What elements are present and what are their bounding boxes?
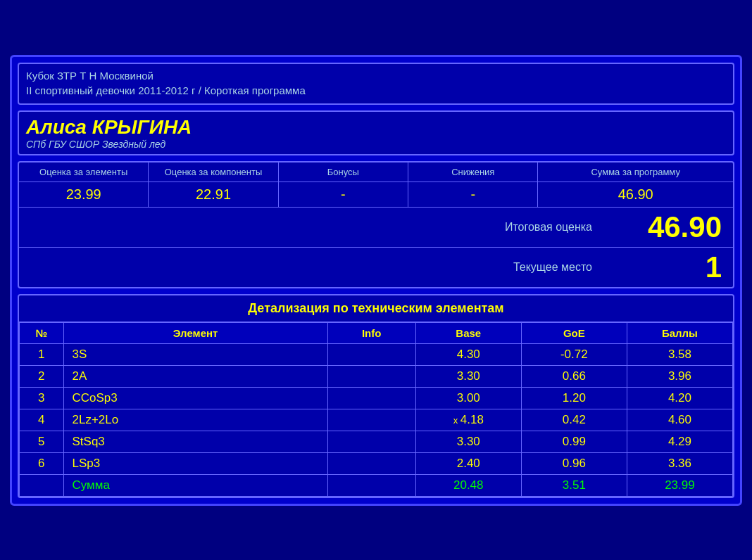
sum-info — [327, 474, 415, 496]
cell-element: 2A — [63, 365, 327, 387]
competition-title: Кубок ЗТР Т Н Москвиной II спортивный де… — [26, 68, 726, 98]
scores-header: Оценка за элементы Оценка за компоненты … — [19, 163, 733, 182]
cell-info — [327, 365, 415, 387]
cell-num: 5 — [20, 431, 64, 452]
table-row: 13S4.30-0.723.58 — [20, 343, 733, 365]
skater-name: Алиса КРЫГИНА — [26, 116, 726, 139]
main-container: Кубок ЗТР Т Н Москвиной II спортивный де… — [10, 55, 742, 506]
th-element: Элемент — [63, 322, 327, 343]
sum-label: Сумма — [63, 474, 327, 496]
header-components: Оценка за компоненты — [149, 163, 278, 182]
details-table: № Элемент Info Base GoE Баллы 13S4.30-0.… — [19, 322, 733, 497]
th-goe: GoE — [521, 322, 627, 343]
header-deductions: Снижения — [408, 163, 538, 182]
cell-balls: 3.36 — [627, 452, 732, 474]
cell-num: 1 — [20, 343, 64, 365]
total-score-value: 46.90 — [606, 208, 733, 247]
cell-balls: 3.58 — [627, 343, 732, 365]
cell-goe: 0.66 — [521, 365, 627, 387]
cell-element: StSq3 — [63, 431, 327, 452]
header-bonuses: Бонусы — [279, 163, 408, 182]
cell-element: 2Lz+2Lo — [63, 409, 327, 431]
table-row: 6LSp32.400.963.36 — [20, 452, 733, 474]
scores-values: 23.99 22.91 - - 46.90 — [19, 182, 733, 208]
sum-goe: 3.51 — [521, 474, 627, 496]
cell-num: 3 — [20, 387, 64, 409]
th-balls: Баллы — [627, 322, 732, 343]
cell-info — [327, 343, 415, 365]
cell-balls: 4.29 — [627, 431, 732, 452]
cell-info — [327, 431, 415, 452]
value-total-program: 46.90 — [538, 182, 733, 207]
th-num: № — [20, 322, 64, 343]
details-header-row: № Элемент Info Base GoE Баллы — [20, 322, 733, 343]
cell-base: 2.40 — [415, 452, 521, 474]
sum-balls: 23.99 — [627, 474, 732, 496]
cell-goe: 0.99 — [521, 431, 627, 452]
total-score-row: Итоговая оценка 46.90 — [19, 208, 733, 248]
cell-info — [327, 387, 415, 409]
cell-balls: 4.60 — [627, 409, 732, 431]
place-row: Текущее место 1 — [19, 248, 733, 287]
details-section: Детализация по техническим элементам № Э… — [18, 294, 734, 498]
scores-section: Оценка за элементы Оценка за компоненты … — [18, 161, 734, 288]
competition-line2: II спортивный девочки 2011-2012 г / Коро… — [26, 84, 306, 96]
cell-base: x 4.18 — [415, 409, 521, 431]
skater-club: СПб ГБУ СШОР Звездный лед — [26, 139, 726, 150]
cell-element: CCoSp3 — [63, 387, 327, 409]
details-title: Детализация по техническим элементам — [19, 295, 733, 322]
cell-num: 4 — [20, 409, 64, 431]
cell-info — [327, 409, 415, 431]
cell-balls: 3.96 — [627, 365, 732, 387]
table-row: 42Lz+2Lox 4.180.424.60 — [20, 409, 733, 431]
table-row: 22A3.300.663.96 — [20, 365, 733, 387]
place-value: 1 — [606, 248, 733, 287]
sum-base: 20.48 — [415, 474, 521, 496]
value-components: 22.91 — [149, 182, 278, 207]
sum-row: Сумма20.483.5123.99 — [20, 474, 733, 496]
cell-goe: -0.72 — [521, 343, 627, 365]
competition-section: Кубок ЗТР Т Н Москвиной II спортивный де… — [18, 63, 734, 105]
cell-num: 6 — [20, 452, 64, 474]
cell-goe: 1.20 — [521, 387, 627, 409]
cell-num: 2 — [20, 365, 64, 387]
header-elements: Оценка за элементы — [19, 163, 149, 182]
cell-base: 4.30 — [415, 343, 521, 365]
cell-element: 3S — [63, 343, 327, 365]
cell-info — [327, 452, 415, 474]
cell-base: 3.30 — [415, 431, 521, 452]
cell-goe: 0.96 — [521, 452, 627, 474]
table-row: 3CCoSp33.001.204.20 — [20, 387, 733, 409]
sum-num — [20, 474, 64, 496]
cell-balls: 4.20 — [627, 387, 732, 409]
value-elements: 23.99 — [19, 182, 149, 207]
th-base: Base — [415, 322, 521, 343]
skater-section: Алиса КРЫГИНА СПб ГБУ СШОР Звездный лед — [18, 110, 734, 155]
value-bonuses: - — [279, 182, 408, 207]
header-total-program: Сумма за программу — [538, 163, 733, 182]
cell-goe: 0.42 — [521, 409, 627, 431]
place-label: Текущее место — [19, 257, 606, 278]
cell-base: 3.00 — [415, 387, 521, 409]
value-deductions: - — [408, 182, 538, 207]
competition-line1: Кубок ЗТР Т Н Москвиной — [26, 70, 153, 82]
th-info: Info — [327, 322, 415, 343]
cell-element: LSp3 — [63, 452, 327, 474]
table-row: 5StSq33.300.994.29 — [20, 431, 733, 452]
total-score-label: Итоговая оценка — [19, 217, 606, 238]
cell-base: 3.30 — [415, 365, 521, 387]
